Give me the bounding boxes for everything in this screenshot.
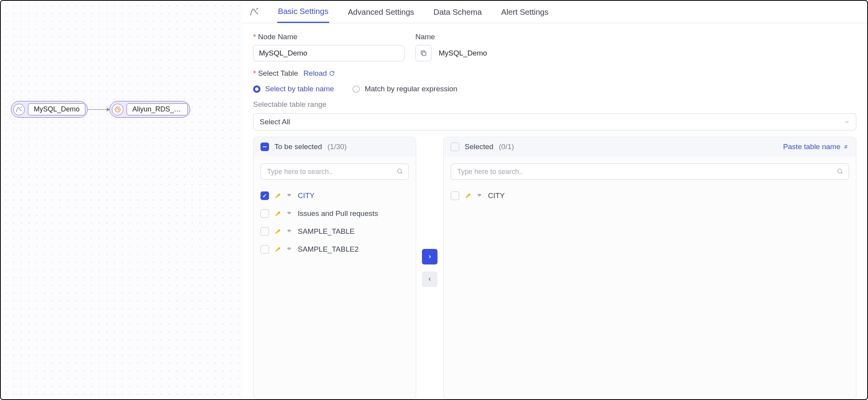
select-all-checkbox[interactable] xyxy=(260,143,269,151)
name-label: Name xyxy=(415,33,856,41)
to-be-selected-label: To be selected xyxy=(274,143,322,151)
table-name: Issues and Pull requests xyxy=(298,209,378,218)
key-icon xyxy=(274,193,281,199)
chevron-down-icon xyxy=(844,119,850,125)
radio-select-by-table-name[interactable]: Select by table name xyxy=(253,85,334,93)
table-name: CITY xyxy=(298,191,314,200)
selected-label: Selected xyxy=(465,143,493,151)
svg-line-3 xyxy=(401,172,402,174)
transfer-right-box: Selected (0/1) Paste table name xyxy=(443,137,856,399)
paste-label: Paste table name xyxy=(783,143,840,151)
broadcast-icon xyxy=(286,228,292,235)
selected-count: (0/1) xyxy=(499,143,514,151)
table-checkbox[interactable] xyxy=(260,191,269,200)
broadcast-icon xyxy=(476,193,483,199)
selectable-range-label: Selectable table range xyxy=(253,100,856,109)
radio-match-by-regex[interactable]: Match by regular expression xyxy=(352,85,457,93)
source-node-label: MySQL_Demo xyxy=(28,103,85,115)
table-item[interactable]: CITY xyxy=(451,187,849,205)
paste-table-name-button[interactable]: Paste table name xyxy=(783,143,849,151)
broadcast-icon xyxy=(286,210,292,217)
table-item[interactable]: SAMPLE_TABLE2 xyxy=(260,240,409,258)
tab-basic-settings[interactable]: Basic Settings xyxy=(277,1,329,23)
move-right-button[interactable] xyxy=(422,249,437,264)
source-node[interactable]: MySQL_Demo xyxy=(11,101,88,118)
aliyun-icon xyxy=(112,104,123,115)
table-list-left: CITYIssues and Pull requestsSAMPLE_TABLE… xyxy=(253,187,416,261)
table-list-right: CITY xyxy=(444,187,856,208)
transfer-left-box: To be selected (1/30) CITYIssues and Pul… xyxy=(253,137,416,399)
node-name-label: Node Name xyxy=(253,33,404,41)
node-name-input[interactable] xyxy=(253,45,404,61)
key-icon xyxy=(465,193,471,199)
transfer-control: To be selected (1/30) CITYIssues and Pul… xyxy=(253,137,856,399)
select-all-checkbox[interactable] xyxy=(451,143,459,151)
key-icon xyxy=(274,210,281,217)
table-name: SAMPLE_TABLE xyxy=(298,227,354,236)
mysql-logo-icon xyxy=(249,7,259,17)
swap-icon xyxy=(843,144,849,150)
table-checkbox[interactable] xyxy=(260,245,269,254)
key-icon xyxy=(274,228,281,235)
table-item[interactable]: Issues and Pull requests xyxy=(260,205,409,223)
config-panel: Basic Settings Advanced Settings Data Sc… xyxy=(242,1,867,399)
table-name: CITY xyxy=(488,191,505,200)
reload-button[interactable]: Reload xyxy=(304,69,335,78)
svg-rect-1 xyxy=(422,52,426,56)
reload-icon xyxy=(329,71,335,76)
broadcast-icon xyxy=(286,246,292,252)
to-be-selected-count: (1/30) xyxy=(328,143,347,151)
radio-table-name-label: Select by table name xyxy=(265,85,334,93)
svg-point-2 xyxy=(398,169,402,173)
reload-label: Reload xyxy=(304,69,327,78)
form-body: Node Name Name MySQL_Demo Select Table R… xyxy=(242,23,867,399)
tab-alert-settings[interactable]: Alert Settings xyxy=(500,2,549,23)
chevron-right-icon xyxy=(427,254,432,259)
table-item[interactable]: SAMPLE_TABLE xyxy=(260,223,409,240)
select-all-dropdown[interactable]: Select All xyxy=(253,113,856,130)
search-right-input[interactable] xyxy=(451,163,849,180)
key-icon xyxy=(465,193,471,199)
key-icon xyxy=(274,193,281,199)
table-item[interactable]: CITY xyxy=(260,187,409,205)
flow-canvas[interactable]: MySQL_Demo Aliyun_RDS_M... xyxy=(1,1,242,399)
target-node-label: Aliyun_RDS_M... xyxy=(127,103,188,115)
broadcast-icon xyxy=(286,246,292,252)
chevron-left-icon xyxy=(427,277,432,282)
broadcast-icon xyxy=(286,228,292,235)
table-checkbox[interactable] xyxy=(451,191,459,200)
mysql-icon xyxy=(13,104,25,115)
key-icon xyxy=(274,228,281,235)
search-icon xyxy=(837,168,844,175)
target-node[interactable]: Aliyun_RDS_M... xyxy=(109,101,190,118)
table-name: SAMPLE_TABLE2 xyxy=(298,245,359,254)
copy-button[interactable] xyxy=(415,45,432,61)
edge-arrow-icon xyxy=(88,109,109,110)
name-value: MySQL_Demo xyxy=(439,45,487,61)
move-left-button[interactable] xyxy=(422,271,437,287)
radio-regex-label: Match by regular expression xyxy=(365,85,457,93)
broadcast-icon xyxy=(286,193,292,199)
radio-circle-icon xyxy=(352,85,360,93)
svg-point-0 xyxy=(115,107,120,112)
tabs: Basic Settings Advanced Settings Data Sc… xyxy=(242,1,867,23)
svg-point-4 xyxy=(838,169,842,173)
table-checkbox[interactable] xyxy=(260,227,269,236)
transfer-right-header: Selected (0/1) Paste table name xyxy=(444,137,856,157)
select-all-label: Select All xyxy=(260,118,290,126)
search-icon xyxy=(396,168,403,175)
tab-advanced-settings[interactable]: Advanced Settings xyxy=(347,2,415,23)
key-icon xyxy=(274,246,281,252)
key-icon xyxy=(274,246,281,252)
key-icon xyxy=(274,210,281,217)
broadcast-icon xyxy=(286,210,292,217)
select-table-label: Select Table xyxy=(253,69,298,78)
tab-data-schema[interactable]: Data Schema xyxy=(433,2,483,23)
table-checkbox[interactable] xyxy=(260,209,269,218)
broadcast-icon xyxy=(286,193,292,199)
svg-line-5 xyxy=(841,172,842,174)
node-group: MySQL_Demo Aliyun_RDS_M... xyxy=(11,101,190,118)
search-left-input[interactable] xyxy=(260,163,409,180)
radio-circle-icon xyxy=(253,85,260,93)
broadcast-icon xyxy=(476,193,483,199)
